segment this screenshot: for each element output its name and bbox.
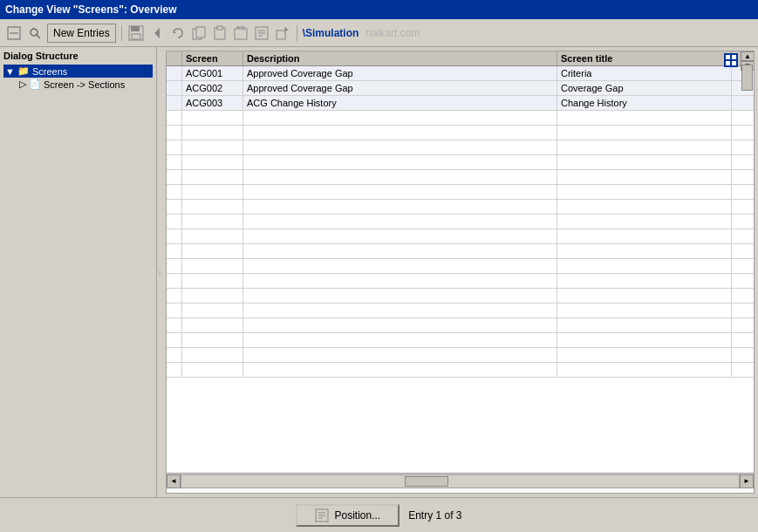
svg-line-3 [37,35,40,38]
window-title: Change View "Screens": Overview [5,3,177,16]
table-row-empty [167,259,754,274]
header-screen: Screen [182,51,243,65]
screens-folder-icon: 📁 [17,65,30,77]
cell-title-2: Coverage Gap [557,81,732,95]
content-area: Screen Description Screen title ▲ ▼ [162,47,758,497]
table-row-empty [167,215,754,229]
svg-rect-25 [732,55,736,59]
cell-title-1: Criteria [557,66,732,80]
toolbar-icon-1[interactable] [5,24,23,42]
svg-marker-22 [285,27,289,31]
export-icon[interactable] [274,24,291,42]
cell-desc-2: Approved Coverage Gap [243,81,557,95]
back-icon[interactable] [148,24,166,42]
header-description: Description [243,51,557,65]
copy-icon[interactable] [190,24,208,42]
svg-rect-10 [196,27,205,38]
cell-select-2 [167,81,182,95]
table-row[interactable]: ACG003 ACG Change History Change History [167,96,754,111]
svg-rect-24 [726,55,730,59]
table-row-empty [167,170,754,185]
toolbar-icon-2[interactable] [26,24,44,42]
sections-expand-icon: ▷ [19,78,26,90]
svg-rect-5 [131,26,140,31]
table-scroll-area[interactable]: ACG001 Approved Coverage Gap Criteria AC… [167,66,754,473]
table-header: Screen Description Screen title ▲ ▼ [167,51,754,66]
screen-sections-label: Screen -> Sections [44,79,125,90]
scroll-h-thumb[interactable] [405,476,448,487]
table-container: Screen Description Screen title ▲ ▼ [166,51,755,494]
position-icon [315,508,329,522]
find-icon[interactable] [253,24,270,42]
separator-1 [121,25,122,41]
sidebar-item-screen-sections[interactable]: ▷ 📄 Screen -> Sections [17,78,153,91]
delete-icon[interactable] [232,24,249,42]
main-content: Dialog Structure ▼ 📁 Screens ▷ 📄 Screen … [0,47,758,497]
scroll-left-btn[interactable]: ◄ [167,474,181,488]
title-bar: Change View "Screens": Overview [0,0,758,19]
cell-title-3: Change History [557,96,732,110]
table-row-empty [167,304,754,318]
scroll-right-btn[interactable]: ► [740,474,754,488]
svg-rect-21 [277,31,285,39]
table-row-empty [167,140,754,155]
bottom-bar: Position... Entry 1 of 3 [0,497,758,532]
table-row-empty [167,229,754,244]
new-entries-button[interactable]: New Entries [47,24,116,43]
scroll-h-track[interactable] [181,474,740,488]
position-button[interactable]: Position... [296,504,399,527]
table-row-empty [167,289,754,304]
paste-icon[interactable] [211,24,229,42]
header-screen-title: Screen title [557,51,732,65]
save-icon[interactable] [127,24,145,42]
separator-2 [297,25,297,41]
cell-screen-2: ACG002 [182,81,243,95]
cell-screen-1: ACG001 [182,66,243,80]
table-row[interactable]: ACG001 Approved Coverage Gap Criteria [167,66,754,81]
cell-desc-3: ACG Change History [243,96,557,110]
svg-rect-27 [732,61,736,65]
screens-label: Screens [32,66,67,77]
screens-expand-icon: ▼ [5,66,15,77]
svg-rect-12 [217,26,222,30]
cell-select-3 [167,96,182,110]
svg-marker-8 [174,31,176,33]
table-row-empty [167,363,754,378]
table-row-empty [167,111,754,126]
horizontal-scrollbar[interactable]: ◄ ► [167,473,754,488]
undo-icon[interactable] [169,24,187,42]
table-row[interactable]: ACG002 Approved Coverage Gap Coverage Ga… [167,81,754,96]
scroll-up-btn[interactable]: ▲ [741,51,755,61]
table-row-empty [167,333,754,348]
watermark-text: rialkart.com [365,27,420,39]
table-row-empty [167,244,754,259]
table-row-empty [167,348,754,363]
cell-select-1 [167,66,182,80]
table-row-empty [167,318,754,333]
cell-screen-3: ACG003 [182,96,243,110]
cell-desc-1: Approved Coverage Gap [243,66,557,80]
table-row-empty [167,200,754,215]
sidebar: Dialog Structure ▼ 📁 Screens ▷ 📄 Screen … [0,47,157,497]
svg-rect-13 [235,29,247,39]
sidebar-item-screens[interactable]: ▼ 📁 Screens [3,65,153,78]
header-grid-icon[interactable] [724,53,738,67]
toolbar: New Entries \Simulation rialkart.com [0,19,758,47]
header-select [167,51,182,65]
svg-point-2 [31,29,38,36]
sections-folder-icon: 📄 [29,78,41,90]
table-row-empty [167,185,754,200]
sidebar-title: Dialog Structure [3,51,153,61]
entry-info: Entry 1 of 3 [408,509,461,522]
table-row-empty [167,155,754,170]
table-row-empty [167,126,754,140]
scroll-thumb[interactable] [741,65,753,91]
table-row-empty [167,274,754,289]
position-label: Position... [334,509,380,522]
svg-marker-7 [154,28,160,38]
simulation-label: \Simulation [303,27,359,39]
svg-rect-26 [726,61,730,65]
